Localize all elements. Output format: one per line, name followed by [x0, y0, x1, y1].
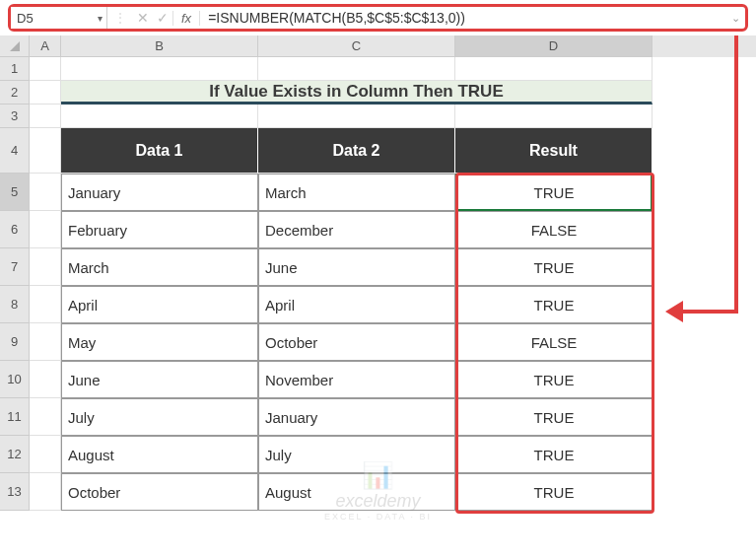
- cell-C9[interactable]: October: [258, 323, 455, 361]
- row-header-5[interactable]: 5: [0, 174, 30, 211]
- select-all-corner[interactable]: [0, 35, 30, 57]
- cell-A13[interactable]: [30, 473, 61, 511]
- row-header-10[interactable]: 10: [0, 361, 30, 398]
- cell-A10[interactable]: [30, 361, 61, 398]
- cell-C5[interactable]: March: [258, 174, 455, 211]
- cell-B9[interactable]: May: [61, 323, 258, 361]
- row-header-4[interactable]: 4: [0, 128, 30, 174]
- cell-A6[interactable]: [30, 211, 61, 248]
- cell-B6[interactable]: February: [61, 211, 258, 248]
- watermark-subtitle: EXCEL · DATA · BI: [324, 512, 432, 522]
- cell-A8[interactable]: [30, 286, 61, 323]
- name-box-value: D5: [17, 11, 34, 26]
- row-header-12[interactable]: 12: [0, 436, 30, 473]
- spreadsheet-grid: A B C D 1 2 3 4 5 6 7 8 9 10 11 12 13: [0, 35, 756, 511]
- cell-D7[interactable]: TRUE: [455, 248, 653, 286]
- col-header-D[interactable]: D: [455, 35, 653, 57]
- cell-A2[interactable]: [30, 81, 61, 105]
- cell-D11[interactable]: TRUE: [455, 398, 653, 436]
- cell-A5[interactable]: [30, 174, 61, 211]
- formula-expand-icon[interactable]: ⌄: [725, 12, 745, 25]
- cells-area: If Value Exists in Column Then TRUE Data…: [30, 57, 756, 511]
- cell-B10[interactable]: June: [61, 361, 258, 398]
- cell-B7[interactable]: March: [61, 248, 258, 286]
- row-headers: 1 2 3 4 5 6 7 8 9 10 11 12 13: [0, 57, 30, 511]
- cell-C12[interactable]: July: [258, 436, 455, 473]
- annotation-arrow-horizontal: [677, 310, 738, 314]
- cell-D8[interactable]: TRUE: [455, 286, 653, 323]
- row-header-7[interactable]: 7: [0, 248, 30, 286]
- cell-B13[interactable]: October: [61, 473, 258, 511]
- cell-D1[interactable]: [455, 57, 653, 81]
- cell-A7[interactable]: [30, 248, 61, 286]
- cell-C8[interactable]: April: [258, 286, 455, 323]
- cell-B12[interactable]: August: [61, 436, 258, 473]
- cell-D13[interactable]: TRUE: [455, 473, 653, 511]
- row-header-2[interactable]: 2: [0, 81, 30, 105]
- cell-D9[interactable]: FALSE: [455, 323, 653, 361]
- row-header-3[interactable]: 3: [0, 105, 30, 128]
- row-header-8[interactable]: 8: [0, 286, 30, 323]
- cell-D3[interactable]: [455, 105, 653, 128]
- row-header-11[interactable]: 11: [0, 398, 30, 436]
- cell-C3[interactable]: [258, 105, 455, 128]
- header-data2[interactable]: Data 2: [258, 128, 455, 174]
- formula-bar: D5 ▾ ⋮ ✕ ✓ fx =ISNUMBER(MATCH(B5,$C$5:$C…: [8, 4, 748, 32]
- cell-B11[interactable]: July: [61, 398, 258, 436]
- cell-B5[interactable]: January: [61, 174, 258, 211]
- column-headers: A B C D: [0, 35, 756, 57]
- divider: ⋮: [107, 10, 133, 26]
- cell-D10[interactable]: TRUE: [455, 361, 653, 398]
- cell-A4[interactable]: [30, 128, 61, 174]
- cell-D6[interactable]: FALSE: [455, 211, 653, 248]
- name-box-dropdown-icon[interactable]: ▾: [98, 13, 103, 24]
- header-data1[interactable]: Data 1: [61, 128, 258, 174]
- cell-C6[interactable]: December: [258, 211, 455, 248]
- cell-D12[interactable]: TRUE: [455, 436, 653, 473]
- title-cell[interactable]: If Value Exists in Column Then TRUE: [61, 81, 653, 105]
- formula-input[interactable]: =ISNUMBER(MATCH(B5,$C$5:$C$13,0)): [200, 10, 725, 26]
- cell-A3[interactable]: [30, 105, 61, 128]
- cell-C7[interactable]: June: [258, 248, 455, 286]
- col-header-A[interactable]: A: [30, 35, 61, 57]
- header-result[interactable]: Result: [455, 128, 653, 174]
- row-header-9[interactable]: 9: [0, 323, 30, 361]
- row-header-6[interactable]: 6: [0, 211, 30, 248]
- cell-A1[interactable]: [30, 57, 61, 81]
- cell-C10[interactable]: November: [258, 361, 455, 398]
- col-header-C[interactable]: C: [258, 35, 455, 57]
- annotation-arrow-head-icon: [665, 301, 683, 322]
- cell-D5[interactable]: TRUE: [455, 174, 653, 211]
- confirm-icon[interactable]: ✓: [153, 10, 172, 26]
- col-header-B[interactable]: B: [61, 35, 258, 57]
- cell-C1[interactable]: [258, 57, 455, 81]
- row-header-13[interactable]: 13: [0, 473, 30, 511]
- cell-A12[interactable]: [30, 436, 61, 473]
- cell-C11[interactable]: January: [258, 398, 455, 436]
- cell-A9[interactable]: [30, 323, 61, 361]
- row-header-1[interactable]: 1: [0, 57, 30, 81]
- fx-button[interactable]: fx: [172, 11, 200, 26]
- name-box[interactable]: D5 ▾: [11, 7, 107, 29]
- cell-B8[interactable]: April: [61, 286, 258, 323]
- cell-B3[interactable]: [61, 105, 258, 128]
- cancel-icon[interactable]: ✕: [133, 10, 153, 26]
- cell-A11[interactable]: [30, 398, 61, 436]
- cell-C13[interactable]: August: [258, 473, 455, 511]
- annotation-arrow-vertical: [734, 35, 738, 312]
- cell-B1[interactable]: [61, 57, 258, 81]
